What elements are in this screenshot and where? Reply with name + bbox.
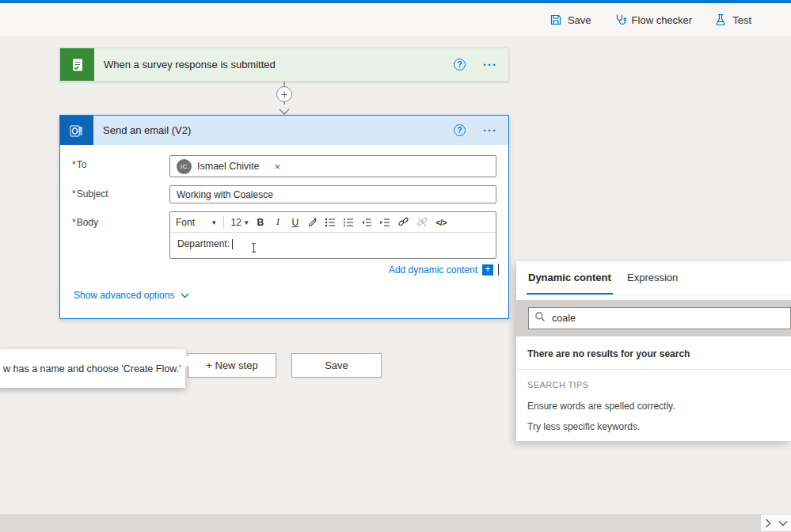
insert-caret: [498, 264, 499, 276]
save-icon: [550, 13, 562, 26]
action-help-icon[interactable]: ?: [454, 124, 466, 136]
chevron-down-icon: ▾: [212, 218, 216, 226]
search-tip: Try less specific keywords.: [527, 421, 640, 432]
save-label: Save: [568, 14, 591, 26]
recipient-avatar: IC: [177, 159, 192, 174]
scroll-nav: [761, 515, 791, 531]
body-editor[interactable]: Font▾ 12▾ B I U: [169, 211, 496, 259]
dynamic-content-search[interactable]: [528, 307, 791, 329]
flow-checker-label: Flow checker: [632, 14, 693, 26]
chevron-down-icon[interactable]: [778, 520, 788, 526]
new-step-button[interactable]: + New step: [188, 353, 276, 378]
flow-checker-icon: [614, 13, 626, 26]
font-size-dropdown[interactable]: 12▾: [231, 217, 249, 228]
add-dynamic-content-link[interactable]: Add dynamic content: [389, 264, 477, 276]
add-dynamic-plus-icon[interactable]: +: [482, 264, 493, 276]
action-title: Send an email (V2): [93, 124, 454, 136]
required-mark: *: [72, 217, 76, 228]
add-dynamic-content: Add dynamic content +: [389, 264, 499, 276]
recipient-name: Ismael Chivite: [197, 161, 260, 172]
panel-tabs: Dynamic content Expression: [516, 261, 791, 295]
canvas-save-button[interactable]: Save: [291, 353, 382, 378]
toolbar-divider: [223, 216, 224, 228]
unlink-icon[interactable]: [416, 216, 428, 228]
chevron-right-icon[interactable]: [765, 519, 771, 528]
power-automate-designer: Save Flow checker Test: [0, 0, 791, 532]
dynamic-content-panel: Dynamic content Expression There are no …: [516, 261, 791, 441]
subject-field[interactable]: [169, 185, 496, 203]
search-input[interactable]: [552, 313, 785, 324]
to-label: *To: [72, 159, 86, 170]
trigger-help-icon[interactable]: ?: [454, 59, 466, 70]
send-email-card-header[interactable]: Send an email (V2) ? ···: [60, 116, 508, 145]
body-text: Department:: [177, 238, 230, 249]
highlight-pen-icon[interactable]: [307, 217, 318, 227]
tooltip-text: w has a name and choose 'Create Flow.': [3, 363, 181, 374]
panel-divider: [516, 369, 791, 370]
required-mark: *: [72, 159, 76, 170]
remove-recipient-icon[interactable]: ×: [275, 161, 281, 173]
search-icon: [534, 311, 546, 325]
show-advanced-options-link[interactable]: Show advanced options: [74, 290, 189, 301]
chevron-down-icon: ▾: [245, 218, 249, 226]
chevron-down-icon: [181, 290, 189, 301]
action-menu-icon[interactable]: ···: [483, 124, 497, 137]
to-field[interactable]: IC Ismael Chivite ×: [169, 155, 496, 177]
trigger-card[interactable]: When a survey response is submitted ? ··…: [59, 48, 509, 82]
code-view-button[interactable]: </>: [435, 218, 447, 227]
tab-dynamic-content[interactable]: Dynamic content: [527, 261, 613, 294]
save-button[interactable]: Save: [550, 13, 591, 26]
footer-bar: [0, 514, 791, 532]
font-family-dropdown[interactable]: Font▾: [176, 217, 216, 228]
bullet-list-icon[interactable]: [325, 217, 336, 228]
test-label: Test: [732, 14, 751, 26]
body-text-area[interactable]: Department:: [170, 233, 496, 255]
subject-label: *Subject: [72, 188, 108, 200]
insert-step-button[interactable]: +: [276, 86, 292, 102]
outlook-icon: [60, 116, 93, 145]
test-button[interactable]: Test: [714, 13, 751, 26]
teaching-tooltip: w has a name and choose 'Create Flow.': [0, 349, 185, 388]
underline-button[interactable]: U: [290, 217, 300, 228]
test-flask-icon: [714, 13, 727, 26]
numbered-list-icon[interactable]: [343, 217, 354, 228]
tab-expression[interactable]: Expression: [626, 261, 679, 294]
trigger-menu-icon[interactable]: ···: [483, 58, 497, 71]
designer-toolbar: Save Flow checker Test: [0, 3, 791, 36]
required-mark: *: [72, 188, 76, 200]
trigger-title: When a survey response is submitted: [94, 59, 454, 70]
indent-icon[interactable]: [379, 217, 390, 228]
flow-checker-button[interactable]: Flow checker: [614, 13, 693, 26]
body-label: *Body: [72, 217, 98, 228]
recipient-chip[interactable]: IC Ismael Chivite ×: [177, 159, 280, 174]
mouse-ibeam-cursor: [250, 242, 257, 256]
link-icon[interactable]: [397, 216, 409, 228]
search-tips-title: SEARCH TIPS: [527, 380, 589, 390]
text-caret: [232, 239, 233, 249]
search-tip: Ensure words are spelled correctly.: [527, 401, 675, 412]
send-email-card[interactable]: Send an email (V2) ? ··· *To IC Ismael C…: [59, 115, 509, 319]
rich-text-toolbar: Font▾ 12▾ B I U: [170, 212, 496, 233]
survey-trigger-icon: [60, 48, 94, 81]
italic-button[interactable]: I: [272, 216, 283, 228]
bold-button[interactable]: B: [255, 217, 265, 228]
outdent-icon[interactable]: [361, 217, 372, 228]
no-results-message: There are no results for your search: [527, 348, 690, 359]
